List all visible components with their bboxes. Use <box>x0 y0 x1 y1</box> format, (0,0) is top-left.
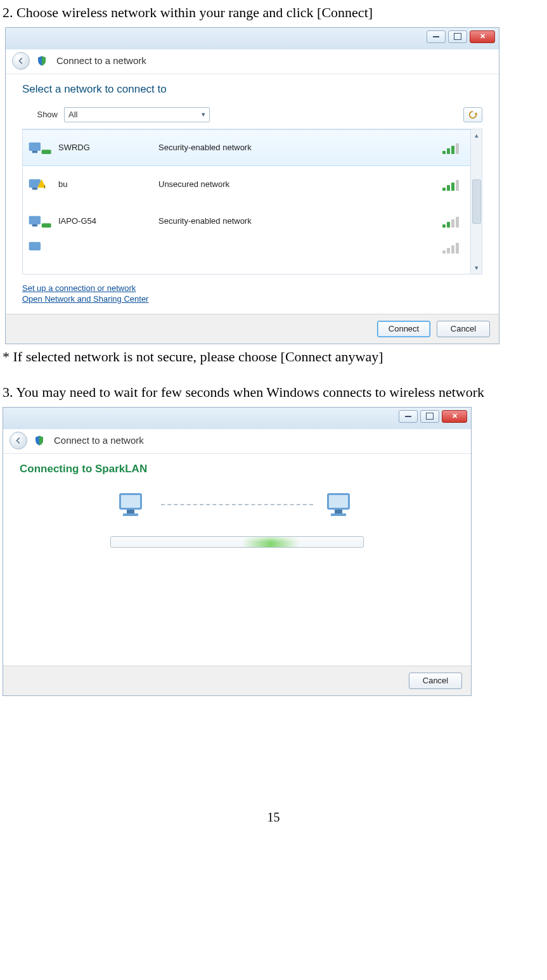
wizard-header: Connect to a network <box>3 429 471 454</box>
scroll-down-icon[interactable]: ▾ <box>475 262 479 274</box>
signal-icon <box>442 215 461 228</box>
svg-rect-17 <box>335 510 342 513</box>
maximize-button[interactable] <box>420 410 439 423</box>
page-number: 15 <box>3 810 544 825</box>
progress-gloss <box>111 537 363 542</box>
network-name: IAPO-G54 <box>58 216 153 226</box>
filter-dropdown[interactable]: All ▾ <box>64 107 210 122</box>
network-list-inner: SWRDG Security-enabled network ! bu Unse… <box>23 129 470 274</box>
wizard-title: Connect to a network <box>54 435 144 446</box>
svg-rect-7 <box>29 216 41 224</box>
links-area: Set up a connection or network Open Netw… <box>22 283 482 304</box>
scroll-thumb[interactable] <box>472 179 481 224</box>
connecting-graphic <box>20 491 454 519</box>
chevron-down-icon: ▾ <box>202 110 205 119</box>
instruction-step-2: 2. Choose wireless network within your r… <box>3 4 544 22</box>
network-icon <box>28 138 53 158</box>
svg-rect-10 <box>29 242 41 250</box>
signal-icon <box>442 241 461 254</box>
network-desc: Unsecured network <box>158 179 437 189</box>
svg-rect-9 <box>42 223 51 228</box>
minimize-button[interactable] <box>399 410 418 423</box>
refresh-button[interactable] <box>463 107 482 122</box>
svg-rect-13 <box>127 510 134 513</box>
network-item[interactable]: IAPO-G54 Security-enabled network <box>23 203 470 240</box>
svg-rect-0 <box>29 142 41 150</box>
titlebar <box>3 408 471 429</box>
svg-rect-4 <box>32 188 37 190</box>
button-bar: Connect Cancel <box>6 314 499 344</box>
instruction-note: * If selected network is not secure, ple… <box>3 348 544 366</box>
minimize-button[interactable] <box>427 30 446 43</box>
dialog-body: Select a network to connect to Show All … <box>6 83 499 314</box>
show-label: Show <box>22 110 58 119</box>
network-name: bu <box>58 179 153 189</box>
titlebar <box>6 28 499 49</box>
network-item[interactable]: SWRDG Security-enabled network <box>23 129 470 166</box>
signal-icon <box>442 178 461 191</box>
svg-rect-8 <box>32 224 37 226</box>
svg-rect-1 <box>32 151 37 153</box>
signal-icon <box>442 141 461 154</box>
setup-connection-link[interactable]: Set up a connection or network <box>22 283 482 293</box>
filter-row: Show All ▾ <box>22 107 482 122</box>
dialog-heading: Select a network to connect to <box>22 83 482 96</box>
network-icon <box>28 211 53 231</box>
shield-icon <box>34 435 45 446</box>
back-button[interactable] <box>10 432 27 449</box>
network-item-partial[interactable] <box>23 240 470 255</box>
close-button[interactable] <box>470 30 495 43</box>
network-icon: ! <box>28 174 53 195</box>
connecting-dialog: Connect to a network Connecting to Spark… <box>3 407 472 696</box>
network-list: SWRDG Security-enabled network ! bu Unse… <box>22 129 482 274</box>
svg-rect-12 <box>121 495 140 508</box>
svg-rect-2 <box>42 150 51 154</box>
open-network-center-link[interactable]: Open Network and Sharing Center <box>22 294 482 304</box>
wizard-title: Connect to a network <box>56 55 146 66</box>
back-button[interactable] <box>12 52 30 70</box>
scroll-up-icon[interactable]: ▴ <box>475 129 479 141</box>
svg-rect-14 <box>123 513 138 516</box>
network-name: SWRDG <box>58 143 153 152</box>
instruction-step-3: 3. You may need to wait for few seconds … <box>3 384 544 402</box>
connect-button[interactable]: Connect <box>377 321 430 337</box>
connecting-heading: Connecting to SparkLAN <box>20 463 454 475</box>
network-desc: Security-enabled network <box>158 143 437 152</box>
cancel-button[interactable]: Cancel <box>437 321 490 337</box>
scrollbar[interactable]: ▴ ▾ <box>470 129 482 274</box>
connect-network-dialog: Connect to a network Select a network to… <box>5 27 499 344</box>
dialog-body: Connecting to SparkLAN <box>3 463 471 666</box>
button-bar: Cancel <box>3 666 471 695</box>
computer-local-icon <box>115 491 151 519</box>
svg-rect-16 <box>329 495 348 508</box>
wizard-header: Connect to a network <box>6 49 499 74</box>
network-item[interactable]: ! bu Unsecured network <box>23 166 470 203</box>
shield-icon <box>36 55 48 67</box>
svg-text:!: ! <box>44 183 46 190</box>
close-button[interactable] <box>442 410 467 423</box>
network-desc: Security-enabled network <box>158 216 437 226</box>
maximize-button[interactable] <box>448 30 467 43</box>
filter-value: All <box>68 110 77 119</box>
progress-bar <box>110 536 364 548</box>
computer-remote-icon <box>323 491 359 519</box>
connection-line <box>161 504 313 505</box>
cancel-button[interactable]: Cancel <box>409 673 462 689</box>
network-icon <box>28 237 53 257</box>
svg-rect-18 <box>331 513 346 516</box>
